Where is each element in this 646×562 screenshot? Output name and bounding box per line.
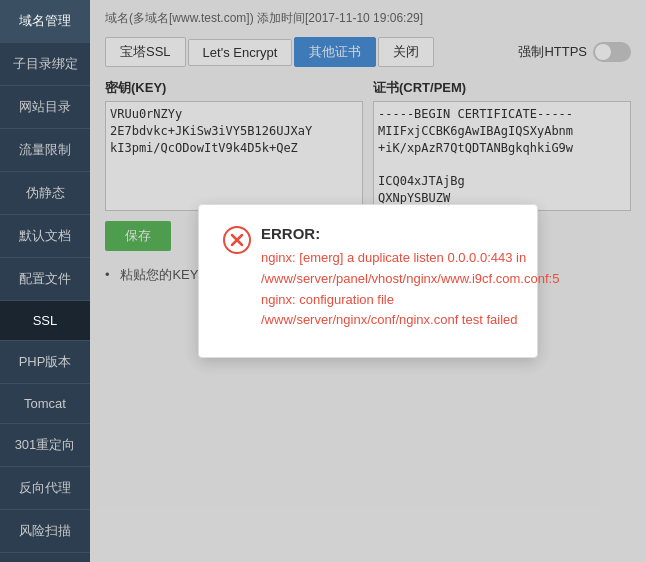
error-dialog: ERROR: nginx: [emerg] a duplicate listen… bbox=[198, 204, 538, 358]
sidebar-item-301-redirect[interactable]: 301重定向 bbox=[0, 424, 90, 467]
sidebar: 域名管理 子目录绑定 网站目录 流量限制 伪静态 默认文档 配置文件 SSL P… bbox=[0, 0, 90, 562]
error-dialog-overlay: ERROR: nginx: [emerg] a duplicate listen… bbox=[90, 0, 646, 562]
sidebar-item-risk-scan[interactable]: 风险扫描 bbox=[0, 510, 90, 553]
sidebar-item-default-doc[interactable]: 默认文档 bbox=[0, 215, 90, 258]
error-icon bbox=[223, 226, 251, 254]
main-content: 域名(多域名[www.test.com]) 添加时间[2017-11-10 19… bbox=[90, 0, 646, 562]
error-message: nginx: [emerg] a duplicate listen 0.0.0.… bbox=[261, 248, 559, 331]
error-title-row: ERROR: nginx: [emerg] a duplicate listen… bbox=[223, 225, 513, 331]
sidebar-item-ssl[interactable]: SSL bbox=[0, 301, 90, 341]
sidebar-item-subdir-bind[interactable]: 子目录绑定 bbox=[0, 43, 90, 86]
sidebar-item-php-version[interactable]: PHP版本 bbox=[0, 341, 90, 384]
sidebar-item-traffic-limit[interactable]: 流量限制 bbox=[0, 129, 90, 172]
sidebar-item-domain-mgmt[interactable]: 域名管理 bbox=[0, 0, 90, 43]
sidebar-item-reverse-proxy[interactable]: 反向代理 bbox=[0, 467, 90, 510]
sidebar-item-rewrite[interactable]: 伪静态 bbox=[0, 172, 90, 215]
sidebar-item-site-dir[interactable]: 网站目录 bbox=[0, 86, 90, 129]
sidebar-item-tomcat[interactable]: Tomcat bbox=[0, 384, 90, 424]
error-title: ERROR: nginx: [emerg] a duplicate listen… bbox=[261, 225, 559, 331]
sidebar-item-config-file[interactable]: 配置文件 bbox=[0, 258, 90, 301]
